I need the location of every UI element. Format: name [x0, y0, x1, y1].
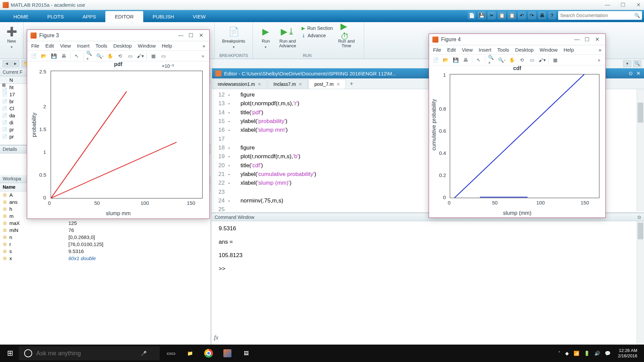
figure-menu-more[interactable]: » [599, 47, 601, 53]
tab-apps[interactable]: APPS [73, 11, 105, 22]
tray-notifications-icon[interactable]: 💬 [605, 351, 610, 356]
print-icon[interactable]: 🖶 [538, 11, 546, 19]
fig-datacursor-icon[interactable]: ▭ [528, 56, 536, 64]
fig-more-icon[interactable]: » [595, 56, 603, 64]
fig-print-icon[interactable]: 🖶 [60, 52, 67, 60]
forward-button[interactable]: ► [11, 60, 19, 67]
fig-pointer-icon[interactable]: ↖ [73, 52, 80, 60]
start-button[interactable]: ⊞ [1, 345, 19, 362]
help-icon[interactable]: ? [548, 11, 556, 19]
fig3-minimize-button[interactable]: — [176, 33, 186, 39]
tray-dropbox-icon[interactable]: ◆ [565, 351, 569, 356]
mic-icon[interactable]: 🎤 [141, 351, 147, 356]
fig-save-icon[interactable]: 💾 [50, 52, 57, 60]
editor-close-icon[interactable]: ✕ [636, 70, 641, 76]
workspace-variable[interactable]: ⊞s9.5316 [0, 248, 211, 255]
fig-datacursor-icon[interactable]: ▭ [126, 52, 134, 60]
fig-save-icon[interactable]: 💾 [452, 56, 459, 64]
tab-plots[interactable]: PLOTS [38, 11, 73, 22]
editor-tab[interactable]: Inclass7.m✕ [268, 79, 308, 89]
figure3-window[interactable]: Figure 3 — ☐ ✕ FileEditViewInsertToolsDe… [27, 29, 210, 219]
new-tab-button[interactable]: + [346, 79, 357, 89]
editor-scrollbar[interactable] [637, 89, 644, 212]
fig-rotate-icon[interactable]: ⟲ [518, 56, 526, 64]
shortcut-icon[interactable]: 📄 [468, 11, 476, 19]
figure-menu-tools[interactable]: Tools [497, 47, 509, 53]
new-button[interactable]: ➕ New ▾ [4, 24, 20, 51]
minimize-button[interactable]: — [604, 2, 610, 8]
search-input[interactable] [560, 13, 634, 18]
tab-home[interactable]: HOME [4, 11, 38, 22]
fig-print-icon[interactable]: 🖶 [462, 56, 469, 64]
figure-menu-help[interactable]: Help [162, 43, 172, 49]
fig-brush-icon[interactable]: 🖌▾ [137, 52, 144, 60]
tray-volume-icon[interactable]: 🔊 [594, 351, 600, 356]
fig-pan-icon[interactable]: ✋ [508, 56, 516, 64]
matlab-taskbar-icon[interactable] [219, 346, 235, 361]
back-button[interactable]: ◄ [3, 60, 11, 67]
fig-colorbar-icon[interactable]: ▦ [551, 56, 559, 64]
workspace-variable[interactable]: ⊞r[76,0.0100,125] [0, 241, 211, 248]
file-explorer-icon[interactable]: 📁 [182, 346, 198, 361]
figure-menu-view[interactable]: View [462, 47, 473, 53]
editor-tab[interactable]: post_7.m✕ [309, 79, 346, 89]
cmd-options-icon[interactable]: ⊙ [637, 215, 641, 220]
tray-chevron-icon[interactable]: ˄ [558, 351, 560, 356]
figure-menu-insert[interactable]: Insert [479, 47, 491, 53]
figure4-titlebar[interactable]: Figure 4 — ☐ ✕ [429, 34, 605, 45]
fig4-close-button[interactable]: ✕ [592, 36, 602, 43]
tray-battery-icon[interactable]: 🔋 [584, 351, 590, 356]
fig-legend-icon[interactable]: ▭ [160, 52, 167, 60]
fig-colorbar-icon[interactable]: ▦ [150, 52, 157, 60]
tab-close-icon[interactable]: ✕ [258, 82, 261, 87]
figure-menu-edit[interactable]: Edit [45, 43, 54, 49]
editor-dock-icon[interactable]: ⊙ [629, 70, 633, 76]
chrome-icon[interactable] [201, 346, 217, 361]
fig-new-icon[interactable]: 📄 [30, 52, 37, 60]
figure-menu-tools[interactable]: Tools [96, 43, 107, 49]
fig3-close-button[interactable]: ✕ [196, 32, 206, 39]
fig-pointer-icon[interactable]: ↖ [475, 56, 482, 64]
fig-zoomout-icon[interactable]: 🔍- [96, 52, 104, 60]
figure-menu-desktop[interactable]: Desktop [113, 43, 132, 49]
paste-icon[interactable]: 📋 [508, 11, 516, 19]
figure-menu-edit[interactable]: Edit [447, 47, 456, 53]
fig-open-icon[interactable]: 📂 [40, 52, 47, 60]
fig-more-icon[interactable]: » [199, 52, 207, 60]
figure-menu-help[interactable]: Help [564, 47, 574, 53]
figure-menu-window[interactable]: Window [540, 47, 557, 53]
fig-zoomin-icon[interactable]: 🔍+ [86, 52, 94, 60]
fig4-minimize-button[interactable]: — [572, 37, 582, 43]
figure-menu-file[interactable]: File [433, 47, 441, 53]
figure3-titlebar[interactable]: Figure 3 — ☐ ✕ [27, 30, 209, 41]
workspace-variable[interactable]: ⊞x60x1 double [0, 255, 211, 262]
fig-open-icon[interactable]: 📂 [442, 56, 449, 64]
close-button[interactable]: ✕ [635, 2, 641, 8]
tab-editor[interactable]: EDITOR [105, 11, 143, 22]
command-window[interactable]: 9.5316 ans = 105.8123 >> [212, 221, 637, 345]
copy-icon[interactable]: 📋 [498, 11, 506, 19]
workspace-variable[interactable]: ⊞maX125 [0, 220, 211, 227]
advance-button[interactable]: ⤓ Advance [302, 33, 333, 38]
cmd-scrollbar-thumb[interactable] [638, 223, 643, 239]
figure-menu-window[interactable]: Window [138, 43, 156, 49]
path-dropdown[interactable]: ▾ [623, 60, 631, 67]
fig-zoomout-icon[interactable]: 🔍- [498, 56, 505, 64]
cortana-search[interactable]: 🎤 [19, 346, 160, 360]
fig3-maximize-button[interactable]: ☐ [186, 32, 196, 39]
fig-zoomin-icon[interactable]: 🔍+ [488, 56, 495, 64]
figure-menu-file[interactable]: File [31, 43, 39, 49]
photos-icon[interactable]: 🖼 [238, 346, 254, 361]
tab-close-icon[interactable]: ✕ [299, 82, 302, 87]
fig-new-icon[interactable]: 📄 [432, 56, 439, 64]
fig4-maximize-button[interactable]: ☐ [582, 36, 592, 43]
search-folder-icon[interactable]: 🔍 [633, 60, 641, 67]
redo-icon[interactable]: ↷ [528, 11, 536, 19]
search-documentation[interactable]: 🔍 [558, 11, 642, 20]
run-and-advance-button[interactable]: ▶⤓ Run and Advance [277, 24, 298, 50]
fig-rotate-icon[interactable]: ⟲ [116, 52, 124, 60]
figure4-window[interactable]: Figure 4 — ☐ ✕ FileEditViewInsertToolsDe… [429, 34, 606, 218]
workspace-variable[interactable]: ⊞miN76 [0, 227, 211, 234]
fig-pan-icon[interactable]: ✋ [106, 52, 114, 60]
taskbar-clock[interactable]: 12:26 AM 2/16/2016 [615, 348, 640, 358]
